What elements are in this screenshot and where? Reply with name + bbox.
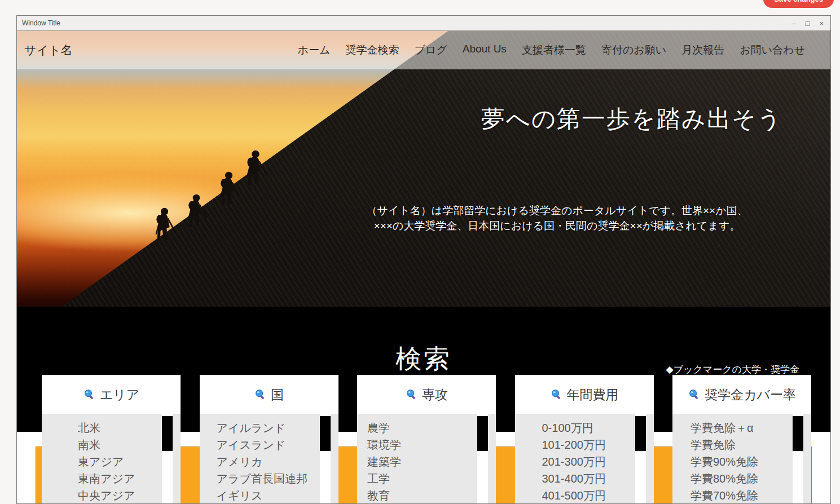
hero-description-line1: （サイト名）は学部留学における奨学金のポータルサイトです。世界××か国、 <box>319 203 795 218</box>
list-item[interactable]: 工学 <box>367 470 496 487</box>
nav-item[interactable]: 奨学金検索 <box>345 43 399 58</box>
nav-menu: ホーム奨学金検索ブログAbout Us支援者様一覧寄付のお願い月次報告お問い合わ… <box>297 43 805 58</box>
maximize-icon[interactable]: □ <box>806 20 810 27</box>
navbar: サイト名 ホーム奨学金検索ブログAbout Us支援者様一覧寄付のお願い月次報告… <box>17 31 830 69</box>
list-item[interactable]: 環境学 <box>367 436 496 453</box>
filter-list: 農学環境学建築学工学教育文学 <box>357 414 496 503</box>
hero-headline: 夢への第一歩を踏み出そう <box>463 103 801 135</box>
nav-item[interactable]: 寄付のお願い <box>601 43 666 58</box>
filter-column-header[interactable]: エリア <box>42 375 181 414</box>
nav-item[interactable]: お問い合わせ <box>740 43 805 58</box>
list-item[interactable]: 建築学 <box>367 453 496 470</box>
nav-item[interactable]: ブログ <box>414 43 447 58</box>
close-icon[interactable]: × <box>819 20 824 27</box>
scrollbar-track <box>320 414 331 503</box>
scrollbar-thumb[interactable] <box>162 416 173 451</box>
scrollbar-thumb[interactable] <box>477 416 488 451</box>
nav-item[interactable]: 支援者様一覧 <box>522 43 586 58</box>
site-name[interactable]: サイト名 <box>24 42 72 58</box>
nav-item[interactable]: 月次報告 <box>681 43 724 58</box>
scrollbar-track <box>635 414 646 503</box>
filter-column-label: 年間費用 <box>567 386 619 404</box>
search-icon <box>550 388 563 401</box>
filter-column-header[interactable]: 国 <box>200 375 338 414</box>
bookmark-link[interactable]: ◆ブックマークの大学・奨学金 <box>666 363 799 376</box>
list-item[interactable]: 農学 <box>367 419 496 436</box>
scrollbar-track <box>793 414 803 503</box>
search-icon <box>405 388 418 401</box>
scrollbar-track <box>162 414 173 503</box>
hero-description-line2: ×××の大学奨学金、日本国における国・民間の奨学金××が掲載されてます。 <box>319 218 795 233</box>
filter-column: 奨学金カバー率 学費免除＋α学費免除学費90%免除学費80%免除学費70%免除学… <box>672 375 811 503</box>
minimize-icon[interactable]: – <box>791 20 795 27</box>
list-item[interactable]: 教育 <box>367 487 496 503</box>
search-columns: エリア 北米南米東アジア東南アジア中央アジア中東 国 アイルランドアイスランドア… <box>42 375 811 503</box>
filter-column-label: 奨学金カバー率 <box>705 386 796 404</box>
filter-column-header[interactable]: 奨学金カバー率 <box>672 375 811 414</box>
hero-description: （サイト名）は学部留学における奨学金のポータルサイトです。世界××か国、 ×××… <box>319 203 795 233</box>
search-icon <box>83 388 96 401</box>
filter-column-label: 専攻 <box>422 386 448 404</box>
filter-column-label: 国 <box>271 386 284 404</box>
filter-list: 北米南米東アジア東南アジア中央アジア中東 <box>42 414 181 503</box>
nav-item[interactable]: ホーム <box>297 43 330 58</box>
filter-column: 専攻 農学環境学建築学工学教育文学 <box>357 375 496 503</box>
scrollbar-thumb[interactable] <box>793 416 803 451</box>
search-icon <box>254 388 267 401</box>
search-icon <box>688 388 701 401</box>
filter-list: 学費免除＋α学費免除学費90%免除学費80%免除学費70%免除学費60%免除 <box>672 414 811 503</box>
filter-list: アイルランドアイスランドアメリカアラブ首長国連邦イギリスイタリア <box>200 414 338 503</box>
filter-column-header[interactable]: 年間費用 <box>515 375 654 414</box>
window-title: Window Title <box>22 19 60 27</box>
filter-list: 0-100万円101-200万円201-300万円301-400万円401-50… <box>515 414 654 503</box>
window-titlebar: Window Title – □ × <box>17 16 830 31</box>
scrollbar-thumb[interactable] <box>635 416 646 451</box>
nav-item[interactable]: About Us <box>463 43 507 58</box>
scrollbar-thumb[interactable] <box>320 416 331 451</box>
filter-column: 年間費用 0-100万円101-200万円201-300万円301-400万円4… <box>515 375 654 503</box>
scrollbar-track <box>477 414 488 503</box>
filter-column: 国 アイルランドアイスランドアメリカアラブ首長国連邦イギリスイタリア <box>200 375 338 503</box>
hero-image: 夢への第一歩を踏み出そう （サイト名）は学部留学における奨学金のポータルサイトで… <box>17 31 830 307</box>
page-content: 夢への第一歩を踏み出そう （サイト名）は学部留学における奨学金のポータルサイトで… <box>17 31 830 503</box>
filter-column-header[interactable]: 専攻 <box>357 375 496 414</box>
app-window: Window Title – □ × <box>16 15 831 504</box>
save-changes-button[interactable]: Save changes <box>763 0 834 8</box>
filter-column: エリア 北米南米東アジア東南アジア中央アジア中東 <box>42 375 181 503</box>
filter-column-label: エリア <box>100 386 140 404</box>
